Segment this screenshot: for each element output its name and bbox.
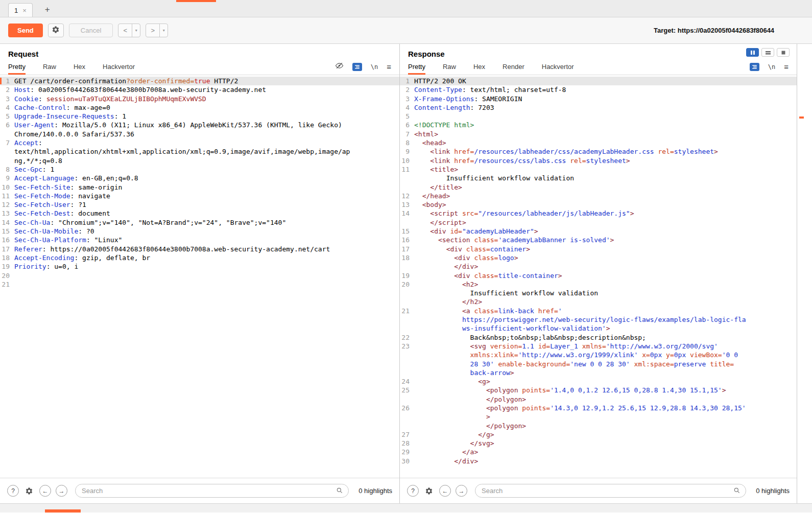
line-content[interactable]: </g> <box>414 430 797 439</box>
line-content[interactable]: <link href=/resources/labheader/css/acad… <box>414 147 797 156</box>
line-content[interactable]: X-Frame-Options: SAMEORIGIN <box>414 95 797 103</box>
line-content[interactable]: <div class=title-container> <box>414 271 797 280</box>
show-newlines-icon[interactable]: \n <box>371 63 378 71</box>
new-tab-button[interactable]: + <box>45 5 50 14</box>
line-content[interactable]: Cookie: session=uTa9TuQXEaLZULjBIBOphMUq… <box>14 95 399 103</box>
code-line[interactable]: 25 <polygon points='1.4,0 0,1.2 12.6,15 … <box>400 386 797 404</box>
code-line[interactable]: 29 </a> <box>400 448 797 456</box>
search-help-icon[interactable]: ? <box>407 485 419 497</box>
code-line[interactable]: 6<!DOCTYPE html> <box>400 121 797 129</box>
response-editor[interactable]: 1HTTP/2 200 OK2Content-Type: text/html; … <box>400 75 797 478</box>
code-line[interactable]: 5Upgrade-Insecure-Requests: 1 <box>0 112 399 121</box>
request-tab-raw[interactable]: Raw <box>43 59 56 75</box>
line-content[interactable]: </a> <box>414 448 797 456</box>
line-content[interactable]: <title> Insufficient workflow validation… <box>414 165 797 192</box>
code-line[interactable]: 18Accept-Encoding: gzip, deflate, br <box>0 253 399 262</box>
line-content[interactable]: Sec-Fetch-User: ?1 <box>14 200 399 209</box>
line-content[interactable]: Sec-Ch-Ua-Platform: "Linux" <box>14 236 399 244</box>
code-line[interactable]: 1GET /cart/order-confirmation?order-conf… <box>0 77 399 85</box>
line-content[interactable]: Accept-Encoding: gzip, deflate, br <box>14 253 399 262</box>
code-line[interactable]: 4Content-Length: 7203 <box>400 103 797 112</box>
line-content[interactable]: <section class='academyLabBanner is-solv… <box>414 236 797 244</box>
code-line[interactable]: 3Cookie: session=uTa9TuQXEaLZULjBIBOphMU… <box>0 95 399 103</box>
line-content[interactable]: <g> <box>414 377 797 386</box>
code-line[interactable]: 30 </div> <box>400 457 797 465</box>
line-content[interactable]: Accept-Language: en-GB,en;q=0.8 <box>14 174 399 182</box>
code-line[interactable]: 4Cache-Control: max-age=0 <box>0 103 399 112</box>
code-line[interactable]: 24 <g> <box>400 377 797 386</box>
response-tab-pretty[interactable]: Pretty <box>408 59 425 75</box>
line-content[interactable] <box>414 112 797 121</box>
line-content[interactable]: <h2> Insufficient workflow validation </… <box>414 280 797 307</box>
code-line[interactable]: 13 <body> <box>400 200 797 209</box>
response-tab-raw[interactable]: Raw <box>443 59 456 75</box>
line-content[interactable]: <html> <box>414 130 797 138</box>
code-line[interactable]: 5 <box>400 112 797 121</box>
code-line[interactable]: 11Sec-Fetch-Mode: navigate <box>0 192 399 200</box>
code-line[interactable]: 28 </svg> <box>400 439 797 448</box>
code-line[interactable]: 18 <div class=logo> </div> <box>400 253 797 271</box>
line-content[interactable]: <head> <box>414 138 797 147</box>
code-line[interactable]: 12Sec-Fetch-User: ?1 <box>0 200 399 209</box>
code-line[interactable]: 10Sec-Fetch-Site: same-origin <box>0 183 399 192</box>
request-editor[interactable]: 1GET /cart/order-confirmation?order-conf… <box>0 75 399 478</box>
line-content[interactable]: </div> <box>414 457 797 465</box>
code-line[interactable]: 27 </g> <box>400 430 797 439</box>
code-line[interactable]: 23 <svg version=1.1 id=Layer_1 xmlns='ht… <box>400 342 797 377</box>
target-display[interactable]: Target: https://0a02005f0442683f80644 <box>654 27 799 34</box>
line-content[interactable]: <a class=link-back href=' https://portsw… <box>414 307 797 333</box>
line-content[interactable]: Referer: https://0a02005f0442683f80644e3… <box>14 245 399 253</box>
code-line[interactable]: 9 <link href=/resources/labheader/css/ac… <box>400 147 797 156</box>
history-back-button[interactable]: < <box>118 24 132 37</box>
code-line[interactable]: 10 <link href=/resources/css/labs.css re… <box>400 156 797 165</box>
code-line[interactable]: 11 <title> Insufficient workflow validat… <box>400 165 797 192</box>
line-content[interactable]: Priority: u=0, i <box>14 262 399 271</box>
prettify-icon[interactable] <box>352 63 362 71</box>
code-line[interactable]: 15 <div id="academyLabHeader"> <box>400 227 797 236</box>
prev-match-button[interactable]: ← <box>439 485 451 497</box>
code-line[interactable]: 21 <box>0 280 399 289</box>
layout-rows-button[interactable] <box>761 48 774 57</box>
line-content[interactable]: Accept: text/html,application/xhtml+xml,… <box>14 138 399 165</box>
layout-columns-button[interactable] <box>746 48 759 57</box>
next-match-button[interactable]: → <box>456 485 467 497</box>
code-line[interactable]: 14Sec-Ch-Ua: "Chromium";v="140", "Not=A?… <box>0 218 399 227</box>
code-line[interactable]: 17Referer: https://0a02005f0442683f80644… <box>0 245 399 253</box>
editor-scrollbar-strip[interactable] <box>797 44 812 503</box>
line-content[interactable]: Sec-Fetch-Dest: document <box>14 209 399 218</box>
code-line[interactable]: 2Host: 0a02005f0442683f80644e3800b7008a.… <box>0 85 399 94</box>
search-settings-gear-icon[interactable] <box>23 485 35 497</box>
code-line[interactable]: 15Sec-Ch-Ua-Mobile: ?0 <box>0 227 399 236</box>
search-help-icon[interactable]: ? <box>7 485 19 497</box>
code-line[interactable]: 13Sec-Fetch-Dest: document <box>0 209 399 218</box>
line-content[interactable]: </svg> <box>414 439 797 448</box>
code-line[interactable]: 14 <script src="/resources/labheader/js/… <box>400 209 797 227</box>
code-line[interactable]: 7Accept: text/html,application/xhtml+xml… <box>0 138 399 165</box>
response-tab-hackvertor[interactable]: Hackvertor <box>542 59 574 75</box>
code-line[interactable]: 8 <head> <box>400 138 797 147</box>
line-content[interactable]: HTTP/2 200 OK <box>414 77 797 85</box>
line-content[interactable]: Sec-Ch-Ua-Mobile: ?0 <box>14 227 399 236</box>
line-content[interactable]: Sec-Gpc: 1 <box>14 165 399 174</box>
line-content[interactable]: GET /cart/order-confirmation?order-confi… <box>14 77 399 85</box>
line-content[interactable]: Sec-Ch-Ua: "Chromium";v="140", "Not=A?Br… <box>14 218 399 227</box>
code-line[interactable]: 20 <box>0 271 399 280</box>
code-line[interactable]: 20 <h2> Insufficient workflow validation… <box>400 280 797 307</box>
line-content[interactable]: Content-Length: 7203 <box>414 103 797 112</box>
code-line[interactable]: 16 <section class='academyLabBanner is-s… <box>400 236 797 244</box>
request-tab-hex[interactable]: Hex <box>74 59 85 75</box>
line-content[interactable]: <svg version=1.1 id=Layer_1 xmlns='http:… <box>414 342 797 377</box>
line-content[interactable]: <polygon points='1.4,0 0,1.2 12.6,15 0,2… <box>414 386 797 404</box>
search-settings-gear-icon[interactable] <box>423 485 435 497</box>
layout-single-button[interactable] <box>777 48 790 57</box>
prev-match-button[interactable]: ← <box>39 485 51 497</box>
code-line[interactable]: 17 <div class=container> <box>400 245 797 253</box>
code-line[interactable]: 6User-Agent: Mozilla/5.0 (X11; Linux x86… <box>0 121 399 138</box>
line-content[interactable] <box>14 280 399 289</box>
line-content[interactable]: Host: 0a02005f0442683f80644e3800b7008a.w… <box>14 85 399 94</box>
history-forward-dropdown[interactable]: ▾ <box>159 24 168 37</box>
search-input[interactable] <box>75 484 349 498</box>
code-line[interactable]: 7<html> <box>400 130 797 138</box>
line-content[interactable]: <body> <box>414 200 797 209</box>
search-input[interactable] <box>475 484 746 498</box>
